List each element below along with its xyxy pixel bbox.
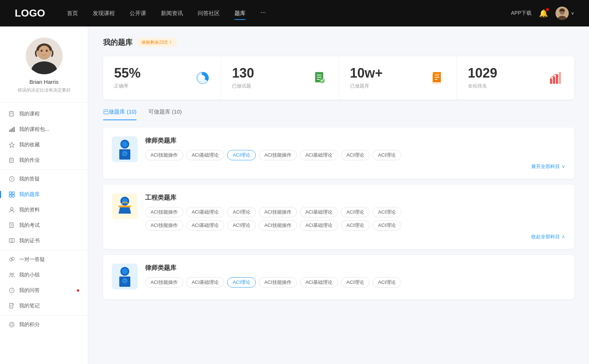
sidebar-item-courses[interactable]: 我的课程 xyxy=(0,106,88,122)
sidebar-item-group[interactable]: 我的小组 xyxy=(0,267,88,283)
sidebar-item-favorites-label: 我的收藏 xyxy=(19,142,40,148)
nav-qa[interactable]: 问答社区 xyxy=(198,8,220,18)
sidebar-item-homework[interactable]: 我的作业 xyxy=(0,153,88,168)
tab-available-banks[interactable]: 可做题库 (10) xyxy=(148,108,182,120)
sidebar-item-packages[interactable]: 我的课程包... xyxy=(0,122,88,137)
tabs: 已做题库 (10) 可做题库 (10) xyxy=(103,108,574,120)
tag-2b-3[interactable]: ACI技能操作 xyxy=(259,220,297,231)
stat-banks-label: 已做题库 xyxy=(350,83,425,89)
tag-2b-0[interactable]: ACI技能操作 xyxy=(145,220,183,231)
svg-point-65 xyxy=(122,141,128,147)
svg-point-47 xyxy=(199,75,205,81)
tag-1-6[interactable]: ACI理论 xyxy=(373,150,401,160)
main-container: Brian Harris 错误的决定比没有决定要好 我的课程 我的课程包... xyxy=(0,26,589,364)
sidebar-profile: Brian Harris 错误的决定比没有决定要好 xyxy=(0,38,88,103)
sidebar-item-notes[interactable]: 我的笔记 xyxy=(0,298,88,314)
qbank-info-3: 律师类题库 ACI技能操作 ACI基础理论 ACI理论 ACI技能操作 ACI基… xyxy=(145,264,565,290)
trial-badge: 体验剩余23天！ xyxy=(137,38,177,47)
nav-open-course[interactable]: 公开课 xyxy=(130,8,146,18)
svg-point-32 xyxy=(11,240,13,242)
app-download-button[interactable]: APP下载 xyxy=(511,10,532,17)
separator-3 xyxy=(0,315,88,315)
tag-3-0[interactable]: ACI技能操作 xyxy=(145,277,183,288)
sidebar-item-qa[interactable]: ? 我的答疑 xyxy=(0,171,88,187)
svg-point-7 xyxy=(40,50,42,52)
sidebar-item-my-qa[interactable]: ? 我的问答 xyxy=(0,283,88,298)
tag-2b-4[interactable]: ACI基础理论 xyxy=(300,220,338,231)
tag-1-0[interactable]: ACI技能操作 xyxy=(145,150,183,160)
qbank-info-1: 律师类题库 ACI技能操作 ACI基础理论 ACI理论 ACI技能操作 ACI基… xyxy=(145,136,565,170)
sidebar-item-qbank[interactable]: 我的题库 xyxy=(0,187,88,202)
qbank-icon-lawyer-2 xyxy=(112,264,138,289)
tag-1-3[interactable]: ACI技能操作 xyxy=(259,150,297,160)
tag-2b-5[interactable]: ACI理论 xyxy=(341,220,370,231)
sidebar-item-points[interactable]: 我的积分 xyxy=(0,317,88,332)
profile-name: Brian Harris xyxy=(29,79,59,85)
tag-2-0[interactable]: ACI技能操作 xyxy=(145,207,183,217)
tag-2-6[interactable]: ACI理论 xyxy=(373,207,401,217)
sidebar-item-cert[interactable]: 我的证书 xyxy=(0,233,88,249)
sidebar-item-qa-label: 我的答疑 xyxy=(19,176,40,182)
sidebar-item-courses-label: 我的课程 xyxy=(19,111,40,117)
tag-2b-6[interactable]: ACI理论 xyxy=(373,220,401,231)
nav-news[interactable]: 新闻资讯 xyxy=(161,8,183,18)
logo[interactable]: LOGO xyxy=(15,7,45,19)
tag-2-3[interactable]: ACI技能操作 xyxy=(259,207,297,217)
svg-rect-31 xyxy=(9,239,14,242)
stat-rank-value: 1029 xyxy=(468,67,543,80)
nav-discover[interactable]: 发现课程 xyxy=(93,8,115,18)
tag-2-5[interactable]: ACI理论 xyxy=(341,207,370,217)
notification-dot xyxy=(546,8,549,11)
tab-done-banks[interactable]: 已做题库 (10) xyxy=(103,108,137,120)
qbank-collapse-2[interactable]: 收起全部科目 ∧ xyxy=(145,233,565,240)
sidebar-menu: 我的课程 我的课程包... 我的收藏 我的作业 xyxy=(0,103,88,332)
nav-more[interactable]: ··· xyxy=(260,8,266,18)
edit-icon xyxy=(9,157,15,163)
user-menu-chevron[interactable]: ∨ xyxy=(571,11,574,16)
tag-1-5[interactable]: ACI理论 xyxy=(341,150,370,160)
notification-bell[interactable] xyxy=(539,9,548,18)
qbank-tags-2b: ACI技能操作 ACI基础理论 ACI理论 ACI技能操作 ACI基础理论 AC… xyxy=(145,220,565,231)
nav-home[interactable]: 首页 xyxy=(67,8,78,18)
sidebar-item-exam[interactable]: 我的考试 xyxy=(0,218,88,233)
tag-1-1[interactable]: ACI基础理论 xyxy=(186,150,225,160)
tag-2-4[interactable]: ACI基础理论 xyxy=(300,207,338,217)
tag-1-4[interactable]: ACI基础理论 xyxy=(300,150,338,160)
tag-2-1[interactable]: ACI基础理论 xyxy=(186,207,225,217)
tag-2-2[interactable]: ACI理论 xyxy=(227,207,256,217)
tag-3-2[interactable]: ACI理论 xyxy=(227,277,256,288)
people-icon xyxy=(9,207,15,213)
qbank-icon-engineer xyxy=(112,193,138,219)
svg-rect-17 xyxy=(10,158,13,163)
qbank-expand-1[interactable]: 展开全部科目 ∨ xyxy=(145,163,565,170)
tag-3-3[interactable]: ACI技能操作 xyxy=(259,277,297,288)
sidebar-item-profile[interactable]: 我的资料 xyxy=(0,202,88,218)
stat-done-text: 130 已做试题 xyxy=(232,67,307,89)
tag-2b-1[interactable]: ACI基础理论 xyxy=(186,220,225,231)
tag-3-6[interactable]: ACI理论 xyxy=(373,277,401,288)
svg-rect-61 xyxy=(559,72,561,84)
nav-quiz[interactable]: 题库 xyxy=(234,8,246,18)
svg-point-8 xyxy=(46,50,47,52)
user-avatar-container[interactable]: ∨ xyxy=(556,7,574,20)
profile-motto: 错误的决定比没有决定要好 xyxy=(18,87,71,93)
profile-avatar xyxy=(26,38,63,74)
sidebar-item-one-on-one[interactable]: 一对一答疑 xyxy=(0,252,88,267)
tag-3-5[interactable]: ACI理论 xyxy=(341,277,370,288)
tag-3-4[interactable]: ACI基础理论 xyxy=(300,277,338,288)
header-right: APP下载 ∨ xyxy=(511,7,574,20)
svg-rect-23 xyxy=(12,192,14,194)
separator-2 xyxy=(0,250,88,250)
sidebar-item-favorites[interactable]: 我的收藏 xyxy=(0,137,88,153)
pie-chart-icon xyxy=(195,71,209,85)
stat-banks-value: 10w+ xyxy=(350,67,425,80)
stat-done-banks: 10w+ 已做题库 xyxy=(339,56,457,100)
sidebar: Brian Harris 错误的决定比没有决定要好 我的课程 我的课程包... xyxy=(0,26,88,364)
tag-2b-2[interactable]: ACI理论 xyxy=(227,220,256,231)
tag-3-1[interactable]: ACI基础理论 xyxy=(186,277,225,288)
qbank-header-1: 律师类题库 ACI技能操作 ACI基础理论 ACI理论 ACI技能操作 ACI基… xyxy=(112,136,565,170)
qbank-tags-3: ACI技能操作 ACI基础理论 ACI理论 ACI技能操作 ACI基础理论 AC… xyxy=(145,277,565,288)
qa-icon: ? xyxy=(9,288,15,293)
tag-1-2[interactable]: ACI理论 xyxy=(227,150,256,160)
svg-rect-59 xyxy=(553,76,555,84)
